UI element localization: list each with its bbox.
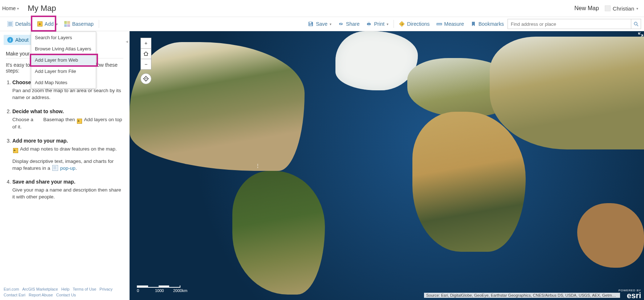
basemap-inline-link[interactable]: Basemap (43, 117, 64, 122)
toolbar-left: Details + Add ▾ Basemap (4, 20, 101, 28)
basemap-icon (64, 21, 70, 27)
measure-button[interactable]: Measure (433, 20, 467, 28)
menu-search-layers[interactable]: Search for Layers (31, 32, 96, 43)
menu-add-layer-from-file[interactable]: Add Layer from File (31, 66, 96, 77)
step-3-body2: Display descriptive text, images, and ch… (12, 158, 123, 172)
locate-icon (143, 76, 149, 82)
step-2-title: Decide what to show. (12, 108, 64, 114)
new-map-link[interactable]: New Map (574, 5, 599, 12)
text: then (65, 117, 76, 122)
search-input[interactable] (508, 19, 631, 29)
menu-browse-living-atlas[interactable]: Browse Living Atlas Layers (31, 43, 96, 54)
steps-list: Choose an area. Pan and zoom the map to … (6, 79, 123, 201)
save-label: Save (316, 21, 327, 27)
esri-logo: POWERED BY esri (619, 289, 641, 299)
user-menu[interactable]: Christian ▾ (605, 5, 640, 12)
logo-brand-text: esri (619, 292, 641, 299)
footer-link[interactable]: Report Abuse (29, 293, 53, 297)
bookmarks-button[interactable]: Bookmarks (468, 20, 507, 28)
divider (394, 20, 394, 28)
footer-link[interactable]: Help (61, 287, 70, 291)
collapse-arrows-icon (638, 32, 643, 37)
home-menu[interactable]: Home ▾ (2, 5, 19, 11)
resize-handle[interactable]: ⋮ (257, 31, 259, 300)
svg-rect-3 (309, 22, 311, 24)
home-icon (143, 51, 149, 57)
step-2: Decide what to show. Choose a Basemap th… (12, 108, 123, 131)
step-4-body: Give your map a name and description the… (12, 187, 123, 201)
share-button[interactable]: Share (335, 20, 362, 28)
footer-links: Esri.com ArcGIS Marketplace Help Terms o… (0, 285, 129, 300)
home-label: Home (2, 5, 16, 11)
svg-point-11 (146, 78, 147, 79)
step-4: Save and share your map. Give your map a… (12, 179, 123, 201)
menu-add-map-notes[interactable]: Add Map Notes (31, 77, 96, 88)
add-icon: + (37, 21, 42, 26)
text: Choose a (12, 117, 35, 122)
add-button[interactable]: + Add ▾ (34, 20, 61, 28)
chevron-down-icon: ▾ (17, 7, 19, 11)
addlayers-inline-link[interactable]: Add layers (84, 117, 107, 122)
chevron-down-icon: ▾ (56, 22, 58, 26)
footer-link[interactable]: Terms of Use (73, 287, 96, 291)
popup-icon (52, 165, 58, 171)
header-right: New Map Christian ▾ (574, 5, 640, 12)
link-icon (338, 21, 344, 27)
footer-link[interactable]: Privacy (99, 287, 113, 291)
toolbar-right: Save ▾ Share Print ▾ Directions Measure … (305, 19, 641, 29)
basemap-label: Basemap (72, 21, 94, 27)
print-icon (366, 21, 372, 27)
menu-add-layer-from-web[interactable]: Add Layer from Web (31, 54, 96, 66)
directions-button[interactable]: Directions (396, 20, 432, 28)
header-left: Home ▾ My Map (2, 4, 56, 13)
footer-link[interactable]: Contact Esri (4, 293, 25, 297)
chevron-down-icon: ▾ (636, 7, 638, 11)
map-canvas[interactable]: + − ⋮ 0 1000 2000km Source: Esri, Digita… (130, 31, 644, 300)
search-icon (633, 21, 639, 27)
toolbar: Details + Add ▾ Basemap Save ▾ Share Pri… (0, 17, 644, 31)
chevron-down-icon: ▾ (387, 22, 388, 26)
popup-inline-link[interactable]: pop-up (60, 165, 76, 171)
step-3-body: + Add map notes to draw features on the … (12, 146, 123, 153)
basemap-icon (36, 116, 41, 122)
svg-rect-1 (8, 24, 12, 24)
step-4-title: Save and share your map. (12, 179, 76, 185)
addnotes-inline-link[interactable]: Add map notes (20, 146, 53, 152)
bookmark-icon (470, 21, 476, 27)
measure-label: Measure (444, 21, 464, 27)
ruler-icon (436, 21, 442, 27)
save-button[interactable]: Save ▾ (305, 20, 334, 28)
home-extent-button[interactable] (140, 48, 151, 59)
basemap-button[interactable]: Basemap (61, 20, 97, 28)
fullscreen-toggle[interactable] (637, 31, 644, 39)
chevron-down-icon: ▾ (330, 22, 331, 26)
map-attribution: Source: Esri, DigitalGlobe, GeoEye, Eart… (424, 293, 620, 298)
save-icon (308, 21, 314, 27)
footer-link[interactable]: Contact Us (56, 293, 76, 297)
details-label: Details (15, 21, 31, 27)
user-name: Christian (613, 5, 634, 12)
svg-rect-2 (8, 25, 12, 26)
print-button[interactable]: Print ▾ (363, 20, 391, 28)
zoom-out-button[interactable]: − (140, 59, 151, 70)
step-3: Add more to your map. + Add map notes to… (12, 138, 123, 172)
add-dropdown: Search for Layers Browse Living Atlas La… (31, 32, 96, 89)
zoom-in-button[interactable]: + (140, 38, 151, 49)
text: . (76, 165, 77, 171)
add-icon: + (77, 119, 82, 124)
tab-about[interactable]: i About (4, 35, 32, 45)
search-button[interactable] (631, 19, 641, 29)
svg-rect-0 (8, 22, 12, 23)
print-label: Print (374, 21, 384, 27)
footer-link[interactable]: Esri.com (4, 287, 19, 291)
svg-point-9 (634, 22, 637, 25)
body: i About Make your own map It's easy to m… (0, 31, 644, 300)
collapse-sidebar-handle[interactable]: ◂ (124, 35, 130, 48)
details-button[interactable]: Details (4, 20, 34, 28)
scale-label: 2000km (173, 288, 191, 293)
add-label: Add (45, 21, 54, 27)
footer-link[interactable]: ArcGIS Marketplace (22, 287, 58, 291)
scale-label: 1000 (155, 288, 173, 293)
svg-rect-4 (309, 24, 312, 26)
locate-button[interactable] (140, 73, 151, 84)
